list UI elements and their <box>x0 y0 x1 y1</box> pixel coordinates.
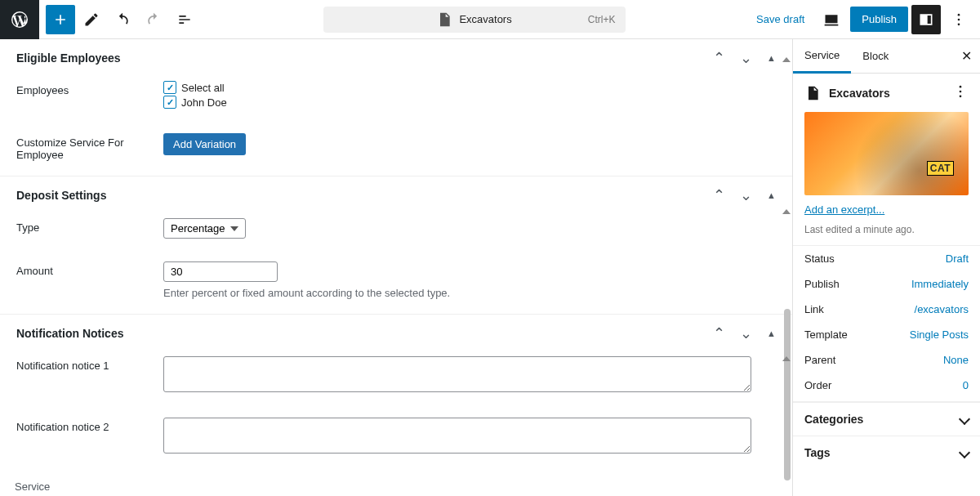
move-down-icon[interactable]: ⌄ <box>740 49 752 67</box>
wp-logo[interactable] <box>0 0 39 39</box>
employee-row[interactable]: John Doe <box>163 96 776 109</box>
editor-area: Eligible Employees ⌃ ⌄ ▲ Employees Selec… <box>0 39 792 496</box>
featured-image[interactable]: CAT <box>804 112 969 195</box>
amount-label: Amount <box>16 261 163 277</box>
panel-tags[interactable]: Tags <box>793 436 980 469</box>
move-up-icon[interactable]: ⌃ <box>713 324 725 342</box>
move-up-icon[interactable]: ⌃ <box>713 186 725 204</box>
checkbox-checked-icon[interactable] <box>163 96 176 109</box>
order-value[interactable]: 0 <box>963 379 969 391</box>
svg-point-5 <box>960 96 962 98</box>
document-title: Excavators <box>459 13 511 25</box>
section-title-deposit: Deposit Settings <box>16 189 106 202</box>
select-all-label: Select all <box>181 82 225 94</box>
type-label: Type <box>16 218 163 234</box>
panel-categories[interactable]: Categories <box>793 402 980 436</box>
settings-sidebar-toggle[interactable] <box>911 5 941 34</box>
collapse-icon[interactable]: ▲ <box>767 190 776 200</box>
shortcut-hint: Ctrl+K <box>588 14 616 25</box>
checkbox-checked-icon[interactable] <box>163 81 176 94</box>
collapse-icon[interactable]: ▲ <box>767 328 776 338</box>
amount-input[interactable] <box>163 261 278 282</box>
close-sidebar-icon[interactable]: ✕ <box>961 48 972 64</box>
publish-button[interactable]: Publish <box>850 7 908 32</box>
settings-sidebar: Service Block ✕ Excavators CAT Add an ex… <box>792 39 980 496</box>
add-variation-button[interactable]: Add Variation <box>163 133 246 155</box>
type-select[interactable]: Percentage <box>163 218 246 239</box>
publish-label: Publish <box>804 278 840 290</box>
post-type-icon <box>804 85 821 101</box>
post-actions-icon[interactable] <box>952 83 969 102</box>
document-title-button[interactable]: Excavators Ctrl+K <box>323 7 626 33</box>
notice2-input[interactable] <box>163 418 751 454</box>
amount-help: Enter percent or fixed amount according … <box>163 287 776 299</box>
footer-tab-service[interactable]: Service <box>0 476 65 496</box>
svg-point-1 <box>958 18 960 20</box>
customize-label: Customize Service For Employee <box>16 133 163 161</box>
tab-block[interactable]: Block <box>851 39 900 73</box>
employee-name: John Doe <box>181 96 227 109</box>
notice2-label: Notification notice 2 <box>16 418 163 433</box>
select-all-row[interactable]: Select all <box>163 81 776 94</box>
template-value[interactable]: Single Posts <box>910 328 969 341</box>
top-toolbar: Excavators Ctrl+K Save draft Publish <box>0 0 980 39</box>
add-excerpt-link[interactable]: Add an excerpt... <box>793 203 980 216</box>
save-draft-button[interactable]: Save draft <box>748 8 813 30</box>
undo-button[interactable] <box>108 5 137 34</box>
redo-button[interactable] <box>139 5 168 34</box>
add-block-button[interactable] <box>46 5 75 34</box>
move-up-icon[interactable]: ⌃ <box>713 49 725 67</box>
parent-label: Parent <box>804 354 835 366</box>
order-label: Order <box>804 379 831 391</box>
edit-mode-button[interactable] <box>77 5 106 34</box>
notice1-label: Notification notice 1 <box>16 356 163 372</box>
collapse-icon[interactable]: ▲ <box>767 53 776 63</box>
post-title: Excavators <box>829 87 944 100</box>
move-down-icon[interactable]: ⌄ <box>740 324 752 342</box>
move-down-icon[interactable]: ⌄ <box>740 186 752 204</box>
status-value[interactable]: Draft <box>946 252 969 265</box>
parent-value[interactable]: None <box>943 354 969 366</box>
section-title-eligible: Eligible Employees <box>16 51 121 65</box>
chevron-down-icon <box>960 413 969 426</box>
status-label: Status <box>804 252 835 265</box>
link-value[interactable]: /excavators <box>915 303 969 315</box>
chevron-down-icon <box>960 446 969 459</box>
link-label: Link <box>804 303 824 315</box>
svg-point-2 <box>958 23 960 25</box>
notice1-input[interactable] <box>163 356 751 392</box>
svg-point-3 <box>960 86 962 88</box>
section-title-notify: Notification Notices <box>16 327 123 340</box>
tab-service[interactable]: Service <box>793 40 851 74</box>
publish-value[interactable]: Immediately <box>911 278 969 290</box>
svg-point-0 <box>958 13 960 16</box>
svg-point-4 <box>960 91 962 93</box>
more-options-button[interactable] <box>944 5 973 34</box>
document-outline-button[interactable] <box>170 5 199 34</box>
last-edited-text: Last edited a minute ago. <box>793 224 980 246</box>
image-badge: CAT <box>927 161 954 176</box>
page-icon <box>436 11 452 28</box>
employees-label: Employees <box>16 81 163 96</box>
template-label: Template <box>804 328 848 341</box>
preview-button[interactable] <box>817 5 846 34</box>
